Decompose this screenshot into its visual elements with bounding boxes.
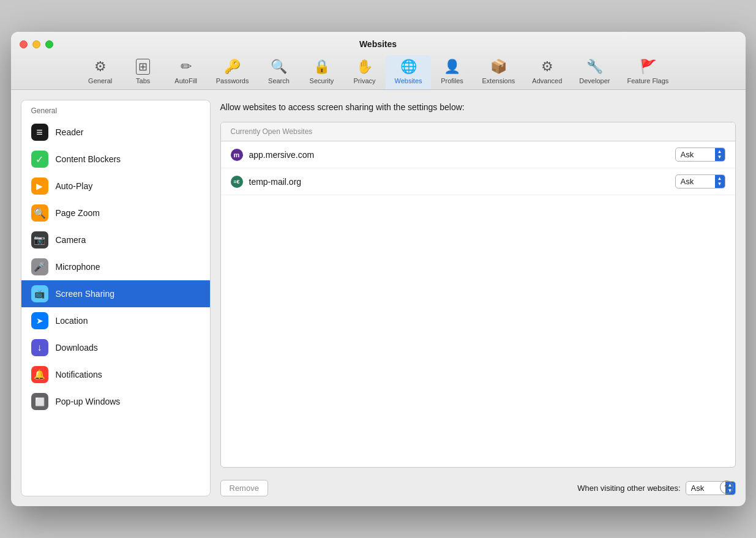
- preferences-window: Websites ⚙ General ⊞ Tabs ✏ AutoFill 🔑 P…: [11, 32, 746, 506]
- arrow-down-icon: ▼: [717, 155, 722, 160]
- notifications-icon: 🔔: [31, 366, 48, 383]
- websites-icon: 🌐: [400, 59, 417, 75]
- sidebar-item-popup-windows-label: Pop-up Windows: [56, 397, 121, 406]
- tab-general[interactable]: ⚙ General: [79, 55, 122, 89]
- reader-icon: ≡: [31, 124, 48, 141]
- sidebar-item-microphone-label: Microphone: [56, 262, 100, 272]
- tab-developer[interactable]: 🔧 Developer: [571, 55, 618, 89]
- developer-icon: 🔧: [586, 59, 603, 75]
- tab-feature-flags[interactable]: 🚩 Feature Flags: [618, 55, 677, 89]
- general-icon: ⚙: [94, 59, 107, 75]
- autofill-icon: ✏: [181, 59, 192, 75]
- tempmail-favicon: ≡€: [231, 176, 243, 188]
- tab-privacy-label: Privacy: [353, 77, 375, 84]
- sidebar-item-auto-play[interactable]: ▶ Auto-Play: [21, 173, 210, 200]
- other-websites-control: When visiting other websites: Ask Allow …: [577, 481, 735, 495]
- tab-search[interactable]: 🔍 Search: [257, 55, 300, 89]
- maximize-button[interactable]: [45, 40, 53, 48]
- close-button[interactable]: [20, 40, 28, 48]
- sidebar-item-location-label: Location: [56, 316, 88, 326]
- tab-passwords-label: Passwords: [216, 77, 249, 84]
- search-icon: 🔍: [271, 59, 287, 75]
- remove-button[interactable]: Remove: [220, 480, 268, 496]
- tab-search-label: Search: [268, 77, 290, 84]
- tab-extensions[interactable]: 📦 Extensions: [474, 55, 524, 89]
- tab-tabs[interactable]: ⊞ Tabs: [122, 55, 165, 89]
- privacy-icon: ✋: [356, 59, 373, 75]
- screen-sharing-icon: 📺: [31, 285, 48, 302]
- sidebar-item-page-zoom-label: Page Zoom: [56, 208, 100, 218]
- mersive-url: app.mersive.com: [249, 150, 669, 160]
- tab-privacy[interactable]: ✋ Privacy: [343, 55, 386, 89]
- sidebar-item-camera-label: Camera: [56, 235, 86, 245]
- sidebar-item-auto-play-label: Auto-Play: [56, 181, 93, 191]
- tab-profiles[interactable]: 👤 Profiles: [431, 55, 474, 89]
- sidebar-item-content-blockers-label: Content Blockers: [56, 154, 121, 164]
- main-content: General ≡ Reader ✓ Content Blockers ▶ Au…: [11, 90, 746, 506]
- tempmail-permission-select[interactable]: Ask Allow Deny ▲ ▼: [675, 174, 725, 189]
- sidebar-item-notifications[interactable]: 🔔 Notifications: [21, 361, 210, 388]
- tab-websites-label: Websites: [394, 77, 422, 84]
- content-blockers-icon: ✓: [31, 151, 48, 168]
- sidebar-item-screen-sharing[interactable]: 📺 Screen Sharing: [21, 280, 210, 307]
- sidebar-item-downloads[interactable]: ↓ Downloads: [21, 334, 210, 361]
- traffic-lights: [20, 40, 53, 48]
- tempmail-select-arrows: ▲ ▼: [715, 175, 725, 188]
- currently-open-header: Currently Open Websites: [221, 122, 735, 141]
- tempmail-url: temp-mail.org: [249, 177, 669, 187]
- bottom-controls: Remove When visiting other websites: Ask…: [220, 475, 736, 496]
- tab-tabs-label: Tabs: [136, 77, 150, 84]
- title-bar: Websites ⚙ General ⊞ Tabs ✏ AutoFill 🔑 P…: [11, 32, 746, 90]
- sidebar-item-page-zoom[interactable]: 🔍 Page Zoom: [21, 200, 210, 226]
- camera-icon: 📷: [31, 231, 48, 248]
- sidebar-item-location[interactable]: ➤ Location: [21, 307, 210, 334]
- sidebar-item-downloads-label: Downloads: [56, 343, 98, 353]
- passwords-icon: 🔑: [224, 59, 241, 75]
- downloads-icon: ↓: [31, 339, 48, 356]
- tab-autofill[interactable]: ✏ AutoFill: [165, 55, 208, 89]
- sidebar-item-microphone[interactable]: 🎤 Microphone: [21, 253, 210, 280]
- window-title: Websites: [359, 39, 397, 49]
- sidebar-section-general: General: [21, 100, 210, 119]
- mersive-select-arrows: ▲ ▼: [715, 148, 725, 161]
- tab-general-label: General: [88, 77, 112, 84]
- tab-extensions-label: Extensions: [482, 77, 515, 84]
- tab-security[interactable]: 🔒 Security: [300, 55, 343, 89]
- sidebar-item-content-blockers[interactable]: ✓ Content Blockers: [21, 146, 210, 173]
- sidebar-item-reader-label: Reader: [56, 127, 84, 137]
- location-icon: ➤: [31, 312, 48, 329]
- profiles-icon: 👤: [444, 59, 460, 75]
- tabs-icon: ⊞: [136, 59, 150, 75]
- other-websites-label: When visiting other websites:: [577, 484, 680, 493]
- website-row-tempmail: ≡€ temp-mail.org Ask Allow Deny ▲ ▼: [221, 168, 735, 195]
- tab-feature-flags-label: Feature Flags: [627, 77, 668, 84]
- feature-flags-icon: 🚩: [640, 59, 656, 75]
- other-websites-dropdown[interactable]: Ask Allow Deny: [686, 482, 725, 495]
- tab-websites[interactable]: 🌐 Websites: [386, 55, 430, 89]
- websites-table: Currently Open Websites m app.mersive.co…: [220, 122, 736, 468]
- tab-autofill-label: AutoFill: [174, 77, 197, 84]
- help-button[interactable]: ?: [720, 480, 733, 494]
- sidebar-item-camera[interactable]: 📷 Camera: [21, 226, 210, 253]
- tab-profiles-label: Profiles: [441, 77, 463, 84]
- sidebar-item-popup-windows[interactable]: ⬜ Pop-up Windows: [21, 388, 210, 415]
- mersive-permission-dropdown[interactable]: Ask Allow Deny: [676, 148, 715, 161]
- arrow-down-icon-2: ▼: [717, 182, 722, 187]
- tab-developer-label: Developer: [579, 77, 610, 84]
- arrow-up-icon-2: ▲: [717, 176, 722, 181]
- sidebar-item-screen-sharing-label: Screen Sharing: [56, 289, 115, 299]
- tab-passwords[interactable]: 🔑 Passwords: [208, 55, 258, 89]
- tab-advanced[interactable]: ⚙ Advanced: [523, 55, 571, 89]
- website-row-mersive: m app.mersive.com Ask Allow Deny ▲ ▼: [221, 141, 735, 168]
- mersive-permission-select[interactable]: Ask Allow Deny ▲ ▼: [675, 148, 725, 162]
- sidebar: General ≡ Reader ✓ Content Blockers ▶ Au…: [21, 100, 211, 496]
- mersive-favicon: m: [231, 149, 243, 161]
- tempmail-permission-dropdown[interactable]: Ask Allow Deny: [676, 175, 715, 188]
- sidebar-item-reader[interactable]: ≡ Reader: [21, 119, 210, 146]
- tab-advanced-label: Advanced: [532, 77, 562, 84]
- right-panel: Allow websites to access screen sharing …: [220, 100, 736, 496]
- toolbar: ⚙ General ⊞ Tabs ✏ AutoFill 🔑 Passwords …: [21, 55, 736, 89]
- minimize-button[interactable]: [32, 40, 40, 48]
- extensions-icon: 📦: [490, 59, 507, 75]
- advanced-icon: ⚙: [541, 59, 553, 75]
